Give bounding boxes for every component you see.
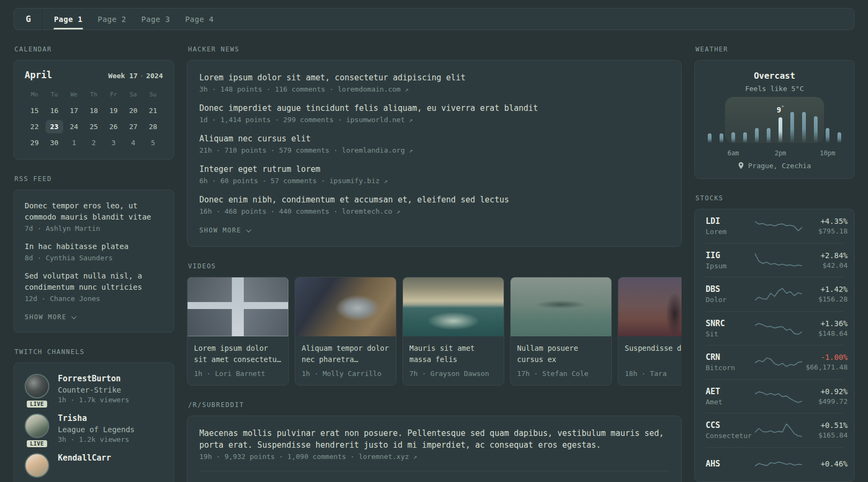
stock-row[interactable]: IIG Ipsum +2.84% $42.04: [706, 244, 843, 278]
stock-name: Amet: [706, 398, 755, 406]
video-meta: 1h · Molly Carrillo: [302, 370, 390, 378]
stock-change: +0.92%: [802, 387, 848, 396]
video-card[interactable]: Aliquam tempor dolor nec pharetra… 1h · …: [295, 277, 396, 386]
stocks-widget: LDI Lorem +4.35% $795.18 IIG Ipsum: [694, 209, 855, 482]
hackernews-item: Lorem ipsum dolor sit amet, consectetur …: [199, 72, 669, 93]
tab-page-4[interactable]: Page 4: [184, 10, 214, 29]
calendar-day: 21: [144, 104, 162, 117]
hackernews-item-domain-link[interactable]: ipsumworld.net ↗: [346, 116, 413, 124]
rss-show-more-button[interactable]: SHOW MORE: [25, 312, 75, 322]
video-thumbnail[interactable]: [295, 277, 396, 336]
rss-item-title[interactable]: In hac habitasse platea: [25, 241, 163, 252]
hackernews-item-domain-link[interactable]: loremdomain.com ↗: [338, 85, 408, 93]
stock-change: +0.46%: [802, 460, 848, 468]
reddit-post-title[interactable]: Maecenas mollis pulvinar erat non posuer…: [199, 427, 669, 451]
weekday-label: Tu: [44, 89, 64, 101]
hackernews-show-more-button[interactable]: SHOW MORE: [199, 225, 250, 235]
twitch-channel-meta: 3h · 1.2k viewers: [58, 435, 134, 443]
calendar-year: 2024: [146, 72, 163, 80]
weather-bar: [802, 112, 806, 143]
hackernews-section-label: HACKER NEWS: [188, 46, 682, 53]
stock-row[interactable]: CRN Bitcorn -1.00% $66,171.48: [706, 345, 843, 380]
tab-page-3[interactable]: Page 3: [141, 10, 171, 29]
chevron-down-icon: [71, 314, 76, 319]
calendar-day-selected: 23: [46, 120, 63, 133]
location-pin-icon: [738, 162, 744, 170]
stock-row[interactable]: LDI Lorem +4.35% $795.18: [706, 209, 843, 244]
avatar[interactable]: [25, 374, 49, 398]
stock-row[interactable]: SNRC Sit +1.36% $148.64: [706, 312, 843, 346]
weather-chart: 9° 6am2pm10pm: [705, 97, 844, 157]
video-title[interactable]: Suspendisse diam: [625, 343, 682, 365]
hackernews-item-meta: 16h · 468 points · 440 comments ·: [199, 207, 342, 215]
video-thumbnail[interactable]: [188, 277, 288, 336]
video-thumbnail[interactable]: [618, 277, 682, 336]
video-title[interactable]: Aliquam tempor dolor nec pharetra…: [302, 343, 390, 365]
video-thumbnail[interactable]: [403, 277, 504, 336]
reddit-section: /R/SUBREDDIT Maecenas mollis pulvinar er…: [187, 401, 682, 482]
reddit-post-domain-link[interactable]: loremnet.xyz ↗: [358, 453, 417, 461]
stock-sparkline: [755, 420, 802, 440]
weather-section: WEATHER Overcast Feels like 5°C 9° 6am2p…: [694, 46, 855, 179]
stock-row[interactable]: AHS +0.46%: [706, 448, 843, 482]
hackernews-section: HACKER NEWS Lorem ipsum dolor sit amet, …: [187, 46, 682, 247]
hackernews-item-domain-link[interactable]: ipsumify.biz ↗: [330, 177, 388, 185]
avatar[interactable]: [25, 413, 49, 438]
hackernews-item-title[interactable]: Aliquam nec cursus elit: [199, 133, 669, 145]
hackernews-item-title[interactable]: Donec imperdiet augue tincidunt felis al…: [199, 102, 669, 114]
calendar-day: 28: [144, 120, 162, 133]
rss-section-label: RSS FEED: [14, 175, 174, 183]
app-logo[interactable]: G: [26, 14, 31, 24]
video-title[interactable]: Nullam posuere cursus ex: [517, 343, 605, 365]
hackernews-item-domain-link[interactable]: loremlandia.org ↗: [342, 146, 413, 154]
calendar-widget: April Week 17·2024 Mo Tu We Th Fr Sa Su …: [13, 60, 174, 160]
external-link-icon: ↗: [409, 147, 413, 154]
hackernews-item-domain-link[interactable]: loremtech.co ↗: [342, 207, 400, 215]
video-card[interactable]: Lorem ipsum dolor sit amet consectetu… 1…: [187, 277, 289, 386]
tab-page-2[interactable]: Page 2: [97, 10, 127, 29]
weather-section-label: WEATHER: [695, 46, 855, 53]
rss-item-title[interactable]: Donec tempor eros leo, ut commodo mauris…: [25, 200, 163, 223]
weather-location: Prague, Czechia: [748, 162, 811, 170]
weekday-label: Sa: [123, 89, 143, 101]
stock-row[interactable]: CCS Consectetur +0.51% $165.84: [706, 413, 843, 448]
dashboard-page: G Page 1 Page 2 Page 3 Page 4 CALENDAR A…: [0, 0, 868, 482]
stock-change: +4.35%: [802, 217, 848, 225]
videos-section: VIDEOS Lorem ipsum dolor sit amet consec…: [187, 262, 682, 386]
video-thumbnail[interactable]: [511, 277, 611, 336]
calendar-section-label: CALENDAR: [14, 46, 174, 53]
twitch-channel-meta: 1h · 1.7k viewers: [58, 396, 129, 404]
twitch-channel-row: LIVE Trisha League of Legends 3h · 1.2k …: [25, 413, 163, 443]
stock-row[interactable]: DBS Dolor +1.42% $156.28: [706, 277, 843, 312]
chevron-down-icon: [245, 227, 251, 232]
avatar[interactable]: [25, 453, 49, 478]
video-card[interactable]: Suspendisse diam 18h · Tara: [618, 277, 682, 386]
twitch-channel-name[interactable]: Trisha: [58, 413, 134, 423]
video-card[interactable]: Nullam posuere cursus ex 17h · Stefan Co…: [510, 277, 612, 386]
navbar: G Page 1 Page 2 Page 3 Page 4: [13, 8, 855, 30]
weekday-label: Mo: [25, 89, 44, 101]
tab-page-1[interactable]: Page 1: [54, 10, 84, 29]
stock-name: Sit: [706, 330, 755, 338]
stock-name: Consectetur: [706, 432, 755, 440]
video-title[interactable]: Mauris sit amet massa felis: [409, 343, 497, 365]
stock-row[interactable]: AET Amet +0.92% $499.72: [706, 380, 843, 414]
weather-bar: [708, 133, 712, 143]
hackernews-item-title[interactable]: Lorem ipsum dolor sit amet, consectetur …: [199, 72, 669, 84]
calendar-week-year: Week 17·2024: [108, 72, 163, 80]
hackernews-widget: Lorem ipsum dolor sit amet, consectetur …: [187, 60, 682, 247]
weather-bar: [826, 128, 829, 143]
twitch-channel-name[interactable]: KendallCarr: [58, 453, 111, 463]
calendar-section: CALENDAR April Week 17·2024 Mo Tu We Th …: [13, 46, 174, 160]
video-meta: 1h · Lori Barnett: [194, 370, 282, 378]
weather-condition: Overcast: [705, 71, 844, 81]
rss-item-title[interactable]: Sed volutpat nulla nisl, a condimentum n…: [25, 270, 163, 293]
stock-price: $66,171.48: [802, 363, 848, 371]
twitch-channel-game: League of Legends: [58, 425, 134, 434]
video-title[interactable]: Lorem ipsum dolor sit amet consectetu…: [194, 343, 282, 365]
hackernews-item-title[interactable]: Integer eget rutrum lorem: [199, 163, 669, 175]
weather-feels-like: Feels like 5°C: [705, 85, 844, 93]
video-card[interactable]: Mauris sit amet massa felis 7h · Grayson…: [402, 277, 504, 386]
twitch-channel-name[interactable]: ForrestBurton: [58, 374, 129, 383]
hackernews-item-title[interactable]: Donec enim nibh, condimentum et accumsan…: [199, 194, 669, 206]
